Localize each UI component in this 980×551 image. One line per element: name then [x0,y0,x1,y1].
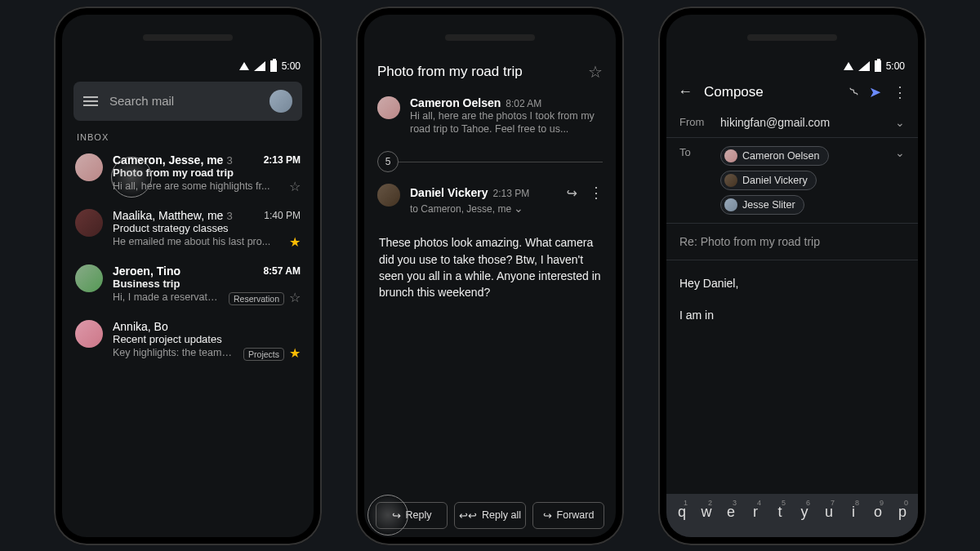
forward-button[interactable]: ↪Forward [532,502,604,529]
key[interactable]: 1q [670,499,694,526]
wifi-icon [844,62,853,70]
message-sender: Daniel Vickery2:13 PM [410,186,529,199]
message-sender: Cameron Oelsen8:02 AM [410,96,603,109]
label-chip: Reservation [229,292,284,305]
signal-icon [254,61,265,71]
attach-icon[interactable]: ⌇ [846,84,862,100]
recipient-chip[interactable]: Daniel Vickery [720,171,817,190]
mail-senders: Cameron, Jesse, me3 [113,153,233,167]
mail-item[interactable]: Jeroen, Tino 8:57 AM Business trip Hi, I… [62,258,314,313]
mail-snippet: Hi all, here are some highlights fr... [113,180,270,192]
expanded-message-header[interactable]: Daniel Vickery2:13 PM ↩ ⋮ to Cameron, Je… [364,179,616,223]
star-icon[interactable]: ☆ [289,179,301,194]
message-snippet: Hi all, here are the photos I took from … [410,109,603,137]
collapsed-count[interactable]: 5 [377,151,603,172]
more-icon[interactable]: ⋮ [893,83,906,101]
message-actions: ↩Reply ↩↩Reply all ↪Forward [364,494,616,537]
status-bar: 5:00 [666,54,918,75]
key[interactable]: 2w [694,499,719,526]
chevron-down-icon[interactable]: ⌄ [895,146,905,159]
mail-item[interactable]: Maalika, Matthew, me3 1:40 PM Product st… [62,202,314,258]
to-field[interactable]: To Cameron Oelsen Daniel Vickery Jesse S… [666,138,918,224]
sender-avatar [75,320,103,348]
sender-avatar [377,184,400,207]
thread-screen: Photo from my road trip ☆ Cameron Oelsen… [364,15,616,537]
status-time: 5:00 [886,60,905,72]
mail-senders: Annika, Bo [113,320,168,333]
from-field[interactable]: From hikingfan@gmail.com ⌄ [666,108,918,138]
keyboard[interactable]: 1q 2w 3e 4r 5t 6y 7u 8i 9o 0p [666,494,918,537]
inbox-screen: 5:00 Search mail INBOX Cameron, Jesse, m… [62,15,314,537]
mail-senders: Maalika, Matthew, me3 [113,209,233,222]
mail-time: 1:40 PM [264,210,301,221]
mail-snippet: Hi, I made a reservatio... [113,291,219,303]
key[interactable]: 7u [817,499,841,526]
menu-icon[interactable] [83,96,98,106]
compose-screen: 5:00 ← Compose ⌇ ➤ ⋮ From hikingfan@gmai… [666,15,918,537]
star-icon[interactable]: ★ [289,346,301,360]
reply-all-button[interactable]: ↩↩Reply all [454,502,526,529]
more-icon[interactable]: ⋮ [589,184,603,202]
send-icon[interactable]: ➤ [869,83,881,101]
sender-avatar [75,264,103,292]
mail-subject: Recent project updates [113,333,301,345]
phone-thread: Photo from my road trip ☆ Cameron Oelsen… [356,7,624,545]
subject-field[interactable]: Re: Photo from my road trip [666,224,918,260]
phone-inbox: 5:00 Search mail INBOX Cameron, Jesse, m… [54,7,322,545]
mail-snippet: Key highlights: the team h... [113,347,234,358]
status-time: 5:00 [282,60,301,72]
reply-button[interactable]: ↩Reply [376,502,448,529]
search-bar[interactable]: Search mail [74,82,302,121]
recipient-chip[interactable]: Jesse Sliter [720,195,804,215]
phone-compose: 5:00 ← Compose ⌇ ➤ ⋮ From hikingfan@gmai… [658,7,926,545]
mail-time: 2:13 PM [264,154,301,166]
account-avatar[interactable] [270,90,292,113]
mail-item[interactable]: Cameron, Jesse, me3 2:13 PM Photo from m… [62,147,314,202]
key[interactable]: 3e [719,499,743,526]
star-icon[interactable]: ☆ [289,291,301,304]
star-icon[interactable]: ★ [289,234,301,250]
sender-avatar [377,96,400,119]
key[interactable]: 0p [890,499,915,526]
compose-body[interactable]: Hey Daniel, I am in [666,260,918,339]
back-icon[interactable]: ← [678,83,693,100]
mail-subject: Product strategy classes [113,222,301,234]
chevron-down-icon[interactable]: ⌄ [895,116,905,129]
search-placeholder[interactable]: Search mail [109,94,258,108]
mail-subject: Business trip [113,278,301,290]
key[interactable]: 5t [768,499,792,526]
mail-time: 8:57 AM [263,265,301,277]
collapsed-message[interactable]: Cameron Oelsen8:02 AM Hi all, here are t… [364,91,616,145]
key[interactable]: 8i [841,499,866,526]
mail-snippet: He emailed me about his last pro... [113,236,270,247]
battery-icon [875,60,881,72]
battery-icon [270,60,277,72]
wifi-icon [239,62,249,70]
compose-title: Compose [704,84,840,100]
key[interactable]: 4r [743,499,768,526]
message-body: These photos look amazing. What camera d… [364,223,616,312]
key[interactable]: 6y [792,499,817,526]
mail-item[interactable]: Annika, Bo Recent project updates Key hi… [62,313,314,369]
sender-avatar [75,209,103,237]
key[interactable]: 9o [866,499,890,526]
recipient-chip[interactable]: Cameron Oelsen [720,146,829,166]
label-chip: Projects [243,348,284,361]
thread-title: Photo from my road trip [377,64,523,80]
reply-icon[interactable]: ↩ [567,185,577,201]
message-recipients[interactable]: to Cameron, Jesse, me ⌄ [410,202,603,215]
signal-icon [858,61,870,71]
sender-avatar [75,153,103,181]
mail-senders: Jeroen, Tino [113,264,180,278]
status-bar: 5:00 [62,54,314,75]
mail-subject: Photo from my road trip [113,167,301,179]
inbox-label: INBOX [62,129,314,147]
star-icon[interactable]: ☆ [588,62,603,82]
